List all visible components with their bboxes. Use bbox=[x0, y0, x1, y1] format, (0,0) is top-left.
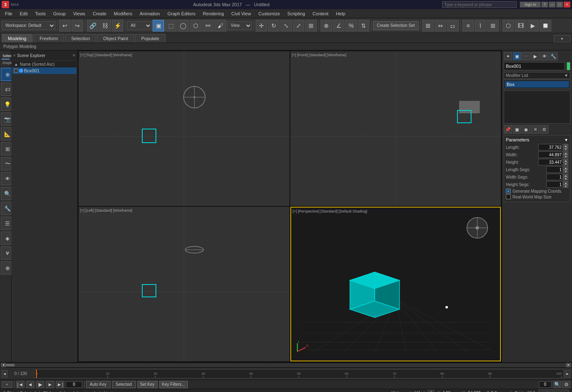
modifier-pin-btn[interactable]: 📌 bbox=[504, 125, 512, 134]
length-segs-spin-down[interactable]: ▼ bbox=[563, 170, 568, 173]
key-filters-btn[interactable]: Key Filters... bbox=[159, 381, 188, 388]
lock-icon[interactable]: 🔒 bbox=[428, 390, 434, 392]
tab-populate[interactable]: Populate bbox=[135, 34, 165, 43]
mirror-btn[interactable]: ⇔ bbox=[435, 20, 446, 31]
width-spin-down[interactable]: ▼ bbox=[563, 155, 568, 158]
tab-object-paint[interactable]: Object Paint bbox=[97, 34, 134, 43]
param-length-input[interactable] bbox=[538, 144, 563, 151]
param-length-segs-input[interactable] bbox=[546, 166, 563, 173]
set-key-btn[interactable]: Set Key bbox=[137, 381, 158, 388]
menu-file[interactable]: File bbox=[2, 10, 16, 17]
menu-civil-view[interactable]: Civil View bbox=[228, 10, 254, 17]
render-setup-btn[interactable]: 🎞 bbox=[515, 20, 527, 31]
length-spin-up[interactable]: ▲ bbox=[563, 144, 568, 147]
selection-filter-dropdown[interactable]: All bbox=[127, 21, 152, 30]
select-region-lasso-btn[interactable]: ⚯ bbox=[202, 20, 214, 31]
menu-edit[interactable]: Edit bbox=[17, 10, 31, 17]
redo-btn[interactable]: ↪ bbox=[72, 20, 83, 31]
align-btn[interactable]: ⚏ bbox=[447, 20, 459, 31]
gen-mapping-checkbox[interactable]: ✓ bbox=[506, 189, 511, 194]
snap-toggle-btn[interactable]: ⊕ bbox=[321, 20, 332, 31]
subtab-display[interactable]: Display bbox=[2, 60, 10, 66]
unlink-btn[interactable]: ⛓ bbox=[99, 20, 111, 31]
modifier-show-result-btn[interactable]: ▣ bbox=[513, 125, 521, 134]
menu-views[interactable]: Views bbox=[70, 10, 89, 17]
help-btn[interactable]: ? bbox=[541, 2, 548, 7]
menu-tools[interactable]: Tools bbox=[32, 10, 49, 17]
rp-create-btn[interactable]: ✦ bbox=[504, 52, 512, 60]
timeline-left-arrow[interactable]: ◄ bbox=[2, 370, 7, 378]
timeline-scroll-bar[interactable]: ◄ ► bbox=[0, 362, 572, 367]
param-height-input[interactable] bbox=[538, 159, 563, 165]
modifier-config-btn[interactable]: ⚙ bbox=[540, 125, 548, 134]
timeline-scroll-left[interactable]: ◄ bbox=[1, 363, 6, 367]
rp-display-btn[interactable]: 👁 bbox=[540, 52, 548, 60]
menu-scripting[interactable]: Scripting bbox=[284, 10, 309, 17]
select-region-circle-btn[interactable]: ◯ bbox=[177, 20, 189, 31]
auto-key-btn[interactable]: Auto Key bbox=[86, 381, 110, 388]
maximize-btn[interactable]: □ bbox=[556, 2, 563, 7]
timeline-right-arrow[interactable]: ► bbox=[565, 370, 570, 378]
modifier-list-dropdown[interactable]: Modifier List ▼ bbox=[504, 72, 570, 79]
height-spin-up[interactable]: ▲ bbox=[563, 159, 568, 162]
menu-rendering[interactable]: Rendering bbox=[200, 10, 227, 17]
paint-selection-btn[interactable]: 🖌 bbox=[215, 20, 226, 31]
modifier-remove-btn[interactable]: ✕ bbox=[531, 125, 539, 134]
select-link-btn[interactable]: 🔗 bbox=[87, 20, 98, 31]
length-segs-spin-up[interactable]: ▲ bbox=[563, 166, 568, 170]
undo-btn[interactable]: ↩ bbox=[59, 20, 71, 31]
tab-modeling[interactable]: Modeling bbox=[2, 34, 33, 43]
spinner-snap-btn[interactable]: ⇅ bbox=[358, 20, 369, 31]
timeline-ruler[interactable]: 0 10 20 30 40 50 bbox=[34, 369, 564, 378]
timeline-scroll-thumb[interactable] bbox=[6, 364, 14, 366]
scene-col-header[interactable]: ▲ Name (Sorted Asc) bbox=[12, 61, 77, 67]
param-width-segs-input[interactable] bbox=[546, 174, 563, 180]
length-spin-down[interactable]: ▼ bbox=[563, 147, 568, 151]
sign-in-btn[interactable]: Sign In bbox=[520, 2, 541, 7]
width-segs-spin-up[interactable]: ▲ bbox=[563, 174, 568, 177]
named-selections-btn[interactable]: ⊞ bbox=[422, 20, 434, 31]
select-region-rectangle-btn[interactable]: ⬚ bbox=[165, 20, 177, 31]
play-btn[interactable]: ▶ bbox=[36, 381, 44, 388]
rp-modify-btn[interactable]: ▣ bbox=[513, 52, 521, 60]
frame-counter-input[interactable] bbox=[539, 381, 551, 388]
layer-manager-btn[interactable]: ≡ bbox=[462, 20, 474, 31]
menu-help[interactable]: Help bbox=[333, 10, 349, 17]
rp-hierarchy-btn[interactable]: ⋯ bbox=[522, 52, 530, 60]
menu-group[interactable]: Group bbox=[50, 10, 69, 17]
workspace-dropdown[interactable]: Workspace: Default bbox=[2, 21, 55, 30]
select-region-fence-btn[interactable]: ⬡ bbox=[190, 20, 201, 31]
height-spin-down[interactable]: ▼ bbox=[563, 162, 568, 165]
width-spin-up[interactable]: ▲ bbox=[563, 151, 568, 155]
curve-editor-btn[interactable]: ⌇ bbox=[475, 20, 486, 31]
close-btn[interactable]: ✕ bbox=[564, 2, 570, 7]
bind-space-warp-btn[interactable]: ⚡ bbox=[112, 20, 123, 31]
anim-search-btn[interactable]: 🔍 bbox=[553, 381, 561, 388]
angle-snap-btn[interactable]: ∠ bbox=[333, 20, 345, 31]
params-collapse-btn[interactable]: ▼ bbox=[564, 138, 568, 142]
tab-selection[interactable]: Selection bbox=[65, 34, 96, 43]
modifier-item-box[interactable]: Box bbox=[505, 81, 569, 88]
prev-frame-btn[interactable]: ◄ bbox=[26, 381, 34, 388]
viewport-perspective[interactable]: [+] [Perspective] [Standard] [Default Sh… bbox=[290, 207, 501, 361]
current-frame-input[interactable] bbox=[66, 381, 82, 388]
minimize-btn[interactable]: ─ bbox=[549, 2, 555, 7]
viewport-left[interactable]: [+] [Left] [Standard] [Wireframe] bbox=[79, 207, 290, 361]
timeline-scroll-right[interactable]: ► bbox=[566, 363, 571, 367]
add-time-tag-btn[interactable]: Add Time Tag bbox=[538, 390, 569, 392]
keyword-search-input[interactable] bbox=[442, 1, 517, 8]
param-height-segs-input[interactable] bbox=[546, 181, 563, 188]
list-item[interactable]: Box001 bbox=[12, 67, 77, 74]
next-frame-btn[interactable]: ► bbox=[46, 381, 54, 388]
visibility-toggle[interactable] bbox=[14, 69, 18, 73]
rp-utility-btn[interactable]: 🔧 bbox=[549, 52, 558, 60]
rotate-btn[interactable]: ↻ bbox=[268, 20, 280, 31]
tab-options-btn[interactable]: ▼ bbox=[554, 35, 570, 43]
go-to-end-btn[interactable]: ►| bbox=[56, 381, 64, 388]
add-key-btn[interactable]: + bbox=[2, 381, 12, 388]
select-btn[interactable]: ▣ bbox=[153, 20, 164, 31]
go-to-start-btn[interactable]: |◄ bbox=[16, 381, 24, 388]
create-selection-set-btn[interactable]: Create Selection Set bbox=[373, 21, 419, 30]
object-name-input[interactable] bbox=[504, 62, 565, 70]
menu-customize[interactable]: Customize bbox=[255, 10, 283, 17]
